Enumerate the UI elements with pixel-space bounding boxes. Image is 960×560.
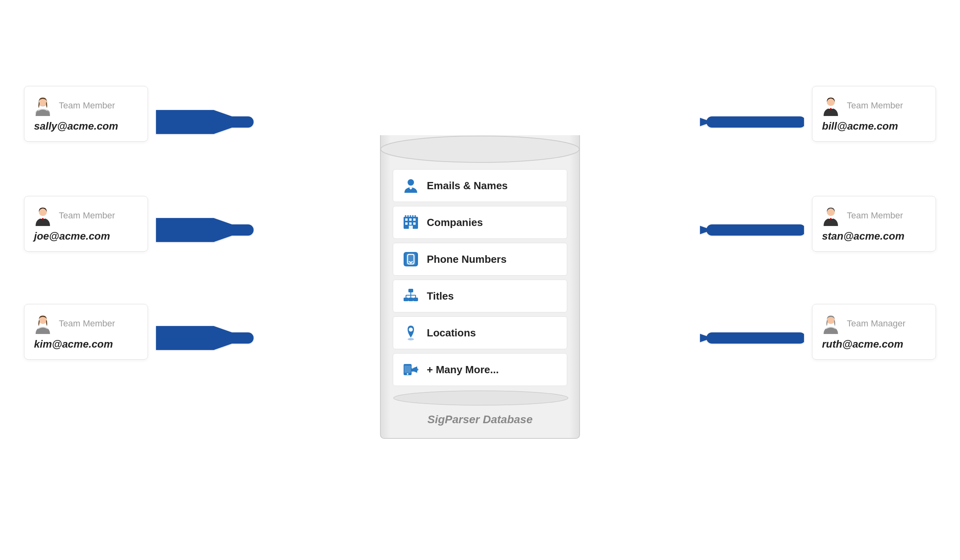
svg-rect-23 <box>409 226 413 229</box>
phone-icon <box>401 250 420 269</box>
db-item-emails-label: Emails & Names <box>427 180 508 192</box>
db-items-list: Emails & Names <box>393 169 567 386</box>
avatar-bill <box>820 95 841 116</box>
role-ruth: Team Manager <box>847 318 906 329</box>
arrow-joe <box>156 218 260 242</box>
database-cylinder: Emails & Names <box>380 121 580 439</box>
person-card-kim: Team Member kim@acme.com <box>24 304 148 360</box>
svg-point-24 <box>405 215 406 217</box>
svg-point-28 <box>414 215 416 217</box>
db-item-companies: Companies <box>393 206 567 239</box>
diagram-container: Team Member sally@acme.com Team Member j… <box>0 0 960 560</box>
email-sally: sally@acme.com <box>34 120 118 132</box>
svg-rect-20 <box>405 222 408 225</box>
db-item-titles: Titles <box>393 280 567 312</box>
org-chart-icon <box>401 286 420 306</box>
svg-rect-46 <box>412 368 414 372</box>
svg-point-31 <box>410 262 412 264</box>
svg-rect-22 <box>413 222 416 225</box>
location-icon <box>401 323 420 342</box>
db-item-titles-label: Titles <box>427 290 454 302</box>
role-stan: Team Member <box>847 210 903 221</box>
svg-rect-17 <box>405 218 408 221</box>
db-item-locations: Locations <box>393 316 567 349</box>
building-icon <box>401 213 420 232</box>
svg-rect-32 <box>408 289 413 292</box>
person-card-ruth: Team Manager ruth@acme.com <box>812 304 936 360</box>
svg-point-25 <box>407 215 409 217</box>
svg-point-14 <box>381 136 579 162</box>
role-sally: Team Member <box>59 100 115 111</box>
svg-point-27 <box>412 215 414 217</box>
svg-rect-19 <box>413 218 416 221</box>
svg-rect-38 <box>404 298 408 301</box>
more-icon <box>401 360 420 379</box>
avatar-joe <box>32 205 53 226</box>
person-card-joe: Team Member joe@acme.com <box>24 196 148 252</box>
svg-rect-39 <box>408 298 413 301</box>
db-item-phones-label: Phone Numbers <box>427 253 506 266</box>
person-icon <box>401 176 420 195</box>
cylinder-top-ellipse <box>380 135 580 163</box>
svg-rect-44 <box>404 366 411 373</box>
avatar-sally <box>32 95 53 116</box>
db-item-locations-label: Locations <box>427 327 476 339</box>
db-item-more-label: + Many More... <box>427 364 499 376</box>
db-item-phones: Phone Numbers <box>393 243 567 276</box>
database-label: SigParser Database <box>393 413 567 426</box>
db-item-emails: Emails & Names <box>393 169 567 202</box>
svg-rect-40 <box>413 298 418 301</box>
person-card-stan: Team Member stan@acme.com <box>812 196 936 252</box>
arrow-ruth <box>700 326 804 350</box>
person-card-bill: Team Member bill@acme.com <box>812 86 936 142</box>
svg-point-15 <box>408 179 414 186</box>
arrow-bill <box>700 110 804 134</box>
avatar-kim <box>32 313 53 334</box>
role-bill: Team Member <box>847 100 903 111</box>
svg-point-41 <box>409 328 413 332</box>
email-stan: stan@acme.com <box>822 230 904 242</box>
cylinder-bottom-ellipse <box>393 390 569 406</box>
svg-point-45 <box>407 373 408 375</box>
email-joe: joe@acme.com <box>34 230 110 242</box>
role-kim: Team Member <box>59 318 115 329</box>
svg-rect-21 <box>409 222 412 225</box>
svg-rect-18 <box>409 218 412 221</box>
db-item-more: + Many More... <box>393 353 567 386</box>
avatar-stan <box>820 205 841 226</box>
arrow-kim <box>156 326 260 350</box>
email-bill: bill@acme.com <box>822 120 898 132</box>
svg-point-47 <box>394 391 568 405</box>
svg-point-26 <box>410 215 411 217</box>
email-kim: kim@acme.com <box>34 338 113 350</box>
arrow-stan <box>700 218 804 242</box>
person-card-sally: Team Member sally@acme.com <box>24 86 148 142</box>
db-item-companies-label: Companies <box>427 216 483 229</box>
arrow-sally <box>156 110 260 134</box>
avatar-ruth <box>820 313 841 334</box>
svg-point-42 <box>408 338 414 340</box>
role-joe: Team Member <box>59 210 115 221</box>
email-ruth: ruth@acme.com <box>822 338 903 350</box>
